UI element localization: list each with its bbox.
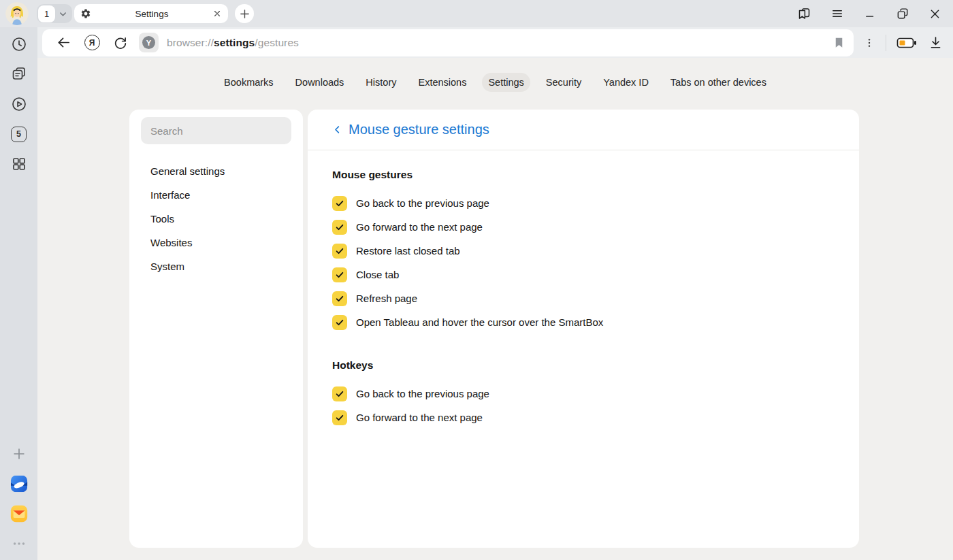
window-controls [797, 7, 953, 21]
tab-counter[interactable]: 1 [38, 5, 55, 22]
minimize-icon [864, 7, 876, 20]
hotkey-option-row[interactable]: Go back to the previous page [332, 382, 835, 406]
browser-tab-settings[interactable]: Settings [74, 4, 228, 23]
close-tab-icon[interactable] [212, 9, 222, 18]
search-input[interactable] [141, 125, 291, 137]
url-host: settings [214, 37, 255, 48]
nav-bookmarks[interactable]: Bookmarks [218, 73, 280, 92]
gesture-option-label: Restore last closed tab [356, 245, 460, 257]
nav-security[interactable]: Security [540, 73, 587, 92]
back-chevron-icon[interactable] [332, 125, 342, 135]
add-shortcut-button[interactable] [10, 444, 29, 463]
address-bar[interactable]: Я Y browser://settings/gestures [42, 29, 854, 56]
url-text[interactable]: browser://settings/gestures [167, 37, 299, 49]
bookmark-tabs-icon [797, 7, 811, 21]
gesture-option-row[interactable]: Close tab [332, 263, 835, 286]
settings-sidebar: General settings Interface Tools Website… [129, 110, 303, 548]
side-panel-button[interactable] [797, 7, 811, 21]
gesture-option-label: Open Tableau and hover the cursor over t… [356, 316, 603, 328]
tab-stack-button[interactable]: 5 [10, 125, 29, 144]
battery-icon[interactable] [897, 36, 918, 50]
check-icon [335, 246, 344, 256]
section-heading-hotkeys: Hotkeys [332, 359, 835, 372]
minimize-button[interactable] [862, 7, 877, 21]
sidebar-item-system[interactable]: System [141, 254, 291, 278]
checkbox-checked[interactable] [332, 244, 347, 259]
mail-app-button[interactable] [10, 504, 29, 523]
close-icon [928, 7, 941, 20]
refresh-button[interactable] [106, 32, 135, 54]
history-button[interactable] [10, 35, 29, 54]
check-icon [335, 318, 344, 327]
panel-header: Mouse gesture settings [308, 110, 859, 150]
toolbar-separator [886, 35, 886, 51]
hotkey-option-row[interactable]: Go forward to the next page [332, 406, 835, 429]
clock-icon [11, 36, 27, 52]
browser-app-button[interactable] [10, 474, 29, 493]
browser-toolbar: Я Y browser://settings/gestures [37, 27, 953, 58]
tab-group[interactable]: 1 [37, 4, 72, 23]
rail-more-button[interactable] [10, 534, 29, 553]
chevron-down-icon[interactable] [58, 9, 68, 19]
nav-yandex-id[interactable]: Yandex ID [597, 73, 655, 92]
plus-icon [239, 8, 251, 20]
settings-nav: Bookmarks Downloads History Extensions S… [37, 73, 953, 92]
mail-icon [10, 504, 29, 524]
maximize-icon [896, 7, 909, 20]
check-icon [335, 294, 344, 303]
sidebar-item-general-settings[interactable]: General settings [141, 159, 291, 183]
gesture-option-row[interactable]: Restore last closed tab [332, 239, 835, 263]
sidebar-item-websites[interactable]: Websites [141, 231, 291, 254]
close-window-button[interactable] [928, 7, 942, 21]
sidebar-item-interface[interactable]: Interface [141, 183, 291, 207]
nav-downloads[interactable]: Downloads [289, 73, 351, 92]
gesture-option-row[interactable]: Refresh page [332, 286, 835, 310]
nav-history[interactable]: History [359, 73, 402, 92]
page-title[interactable]: Mouse gesture settings [349, 122, 489, 137]
browser-menu-button[interactable] [830, 7, 844, 21]
yandex-home-button[interactable]: Я [78, 32, 106, 54]
feed-button[interactable] [10, 65, 29, 84]
checkbox-checked[interactable] [332, 220, 347, 235]
maximize-button[interactable] [895, 7, 909, 21]
hamburger-icon [830, 7, 844, 20]
new-tab-button[interactable] [235, 4, 254, 23]
profile-avatar[interactable] [5, 2, 29, 25]
hotkey-option-label: Go forward to the next page [356, 412, 483, 423]
apps-grid-button[interactable] [10, 154, 29, 174]
nav-tabs-other-devices[interactable]: Tabs on other devices [664, 73, 773, 92]
back-arrow-icon [56, 35, 71, 50]
settings-page: Bookmarks Downloads History Extensions S… [37, 58, 953, 560]
checkbox-checked[interactable] [332, 267, 347, 282]
url-scheme: browser:// [167, 37, 214, 48]
checkbox-checked[interactable] [332, 291, 347, 306]
checkbox-checked[interactable] [332, 315, 347, 330]
kebab-menu-icon[interactable] [864, 36, 875, 50]
gesture-option-row[interactable]: Go back to the previous page [332, 191, 835, 215]
gesture-option-row[interactable]: Go forward to the next page [332, 215, 835, 239]
checkbox-checked[interactable] [332, 196, 347, 211]
nav-extensions[interactable]: Extensions [412, 73, 472, 92]
settings-search[interactable] [141, 117, 291, 144]
check-icon [335, 223, 344, 232]
gesture-option-label: Close tab [356, 269, 399, 280]
checkbox-checked[interactable] [332, 410, 347, 425]
check-icon [335, 413, 344, 423]
media-button[interactable] [10, 95, 29, 114]
downloads-icon[interactable] [928, 35, 943, 50]
toolbar-extras [854, 35, 953, 51]
tab-stack-count: 5 [11, 127, 27, 142]
bookmark-icon[interactable] [833, 36, 845, 49]
gesture-option-label: Refresh page [356, 293, 417, 304]
site-protect-badge[interactable]: Y [139, 33, 159, 52]
checkbox-checked[interactable] [332, 386, 347, 401]
plus-icon [12, 446, 27, 461]
check-icon [335, 270, 344, 280]
back-button[interactable] [49, 32, 78, 54]
gesture-option-row[interactable]: Open Tableau and hover the cursor over t… [332, 310, 835, 334]
panel-body: Mouse gestures Go back to the previous p… [308, 150, 859, 448]
sidebar-item-tools[interactable]: Tools [141, 207, 291, 231]
section-heading-mouse-gestures: Mouse gestures [332, 169, 835, 181]
gesture-settings-panel: Mouse gesture settings Mouse gestures Go… [308, 110, 859, 548]
nav-settings[interactable]: Settings [482, 73, 530, 92]
